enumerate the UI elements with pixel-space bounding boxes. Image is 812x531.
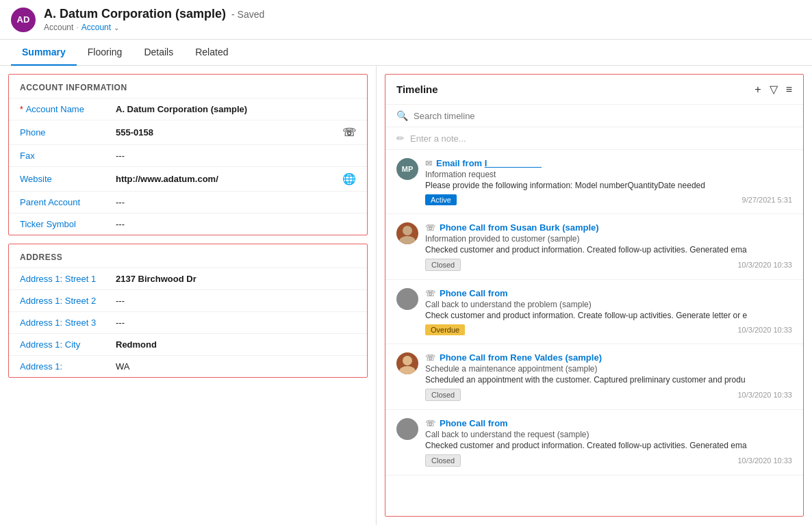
item-subtitle-phone1: Information provided to customer (sample… xyxy=(425,234,792,244)
saved-label: - Saved xyxy=(231,9,264,20)
breadcrumb-sep: · xyxy=(76,23,78,32)
item-content-phone3: ☏ Phone Call from Rene Valdes (sample) S… xyxy=(425,352,792,401)
avatar-sb xyxy=(396,222,418,244)
value-fax[interactable]: --- xyxy=(116,151,356,161)
tab-details[interactable]: Details xyxy=(133,40,184,66)
label-state: Address 1: xyxy=(20,361,116,372)
more-options-button[interactable]: ≡ xyxy=(786,83,792,96)
header: AD A. Datum Corporation (sample) - Saved… xyxy=(0,0,812,40)
value-street2[interactable]: --- xyxy=(116,296,356,306)
field-account-name: *Account Name A. Datum Corporation (samp… xyxy=(9,98,367,120)
item-title-text: Phone Call from Susan Burk (sample) xyxy=(440,222,599,233)
field-website: Website http://www.adatum.com/ 🌐 xyxy=(9,166,367,191)
item-footer-phone4: Closed 10/3/2020 10:33 xyxy=(425,454,792,467)
timeline-search-bar: 🔍 xyxy=(385,105,803,127)
tab-summary[interactable]: Summary xyxy=(11,40,77,66)
timeline-item: ☏ Phone Call from Rene Valdes (sample) S… xyxy=(385,344,803,410)
field-street2: Address 1: Street 2 --- xyxy=(9,289,367,311)
add-timeline-button[interactable]: + xyxy=(754,83,761,96)
field-street1: Address 1: Street 1 2137 Birchwood Dr xyxy=(9,268,367,289)
item-footer-email1: Active 9/27/2021 5:31 xyxy=(425,194,792,205)
field-fax: Fax --- xyxy=(9,144,367,166)
item-body-phone4: Checked customer and product information… xyxy=(425,441,792,450)
item-date-phone2: 10/3/2020 10:33 xyxy=(737,326,792,334)
label-street1: Address 1: Street 1 xyxy=(20,274,116,284)
chevron-down-icon[interactable]: ⌄ xyxy=(114,24,119,31)
email-icon: ✉ xyxy=(425,159,432,168)
item-title-phone2: ☏ Phone Call from xyxy=(425,288,792,298)
note-row[interactable]: ✏ Enter a note... xyxy=(385,127,803,150)
phone-call-icon: ☏ xyxy=(425,353,435,363)
value-account-name[interactable]: A. Datum Corporation (sample) xyxy=(116,104,356,114)
field-phone: Phone 555-0158 ☏ xyxy=(9,120,367,144)
header-title: A. Datum Corporation (sample) - Saved Ac… xyxy=(44,7,264,32)
svg-point-0 xyxy=(403,226,412,235)
address-title: ADDRESS xyxy=(9,244,367,268)
badge-closed: Closed xyxy=(425,454,461,467)
account-info-title: ACCOUNT INFORMATION xyxy=(9,75,367,98)
label-website: Website xyxy=(20,174,116,184)
account-info-section: ACCOUNT INFORMATION *Account Name A. Dat… xyxy=(8,74,368,235)
label-city: Address 1: City xyxy=(20,339,116,350)
badge-overdue: Overdue xyxy=(425,324,465,335)
breadcrumb-link[interactable]: Account xyxy=(81,23,111,32)
tab-flooring[interactable]: Flooring xyxy=(77,40,134,66)
item-title-phone4: ☏ Phone Call from xyxy=(425,418,792,428)
globe-icon[interactable]: 🌐 xyxy=(342,172,356,185)
value-ticker-symbol[interactable]: --- xyxy=(116,219,356,229)
pencil-icon: ✏ xyxy=(396,133,405,144)
value-street1[interactable]: 2137 Birchwood Dr xyxy=(116,274,356,284)
phone-call-icon: ☏ xyxy=(425,289,435,298)
main-content: ACCOUNT INFORMATION *Account Name A. Dat… xyxy=(0,66,812,525)
timeline-item: ☏ Phone Call from Call back to understan… xyxy=(385,280,803,344)
filter-timeline-button[interactable]: ▽ xyxy=(770,83,778,96)
tabs-bar: Summary Flooring Details Related xyxy=(0,40,812,66)
item-footer-phone3: Closed 10/3/2020 10:33 xyxy=(425,389,792,401)
badge-closed: Closed xyxy=(425,259,461,271)
timeline-header: Timeline + ▽ ≡ xyxy=(385,75,803,105)
field-state: Address 1: WA xyxy=(9,355,367,377)
item-title-text: Email from I___________ xyxy=(436,158,542,168)
label-phone: Phone xyxy=(20,127,116,138)
search-icon: 🔍 xyxy=(396,110,408,121)
address-section: ADDRESS Address 1: Street 1 2137 Birchwo… xyxy=(8,244,368,378)
item-title-text: Phone Call from xyxy=(440,418,508,428)
badge-closed: Closed xyxy=(425,389,461,401)
value-state[interactable]: WA xyxy=(116,361,356,372)
label-parent-account: Parent Account xyxy=(20,197,116,207)
tab-related[interactable]: Related xyxy=(184,40,239,66)
value-street3[interactable]: --- xyxy=(116,318,356,328)
avatar-rv xyxy=(396,352,418,374)
timeline-item: MP ✉ Email from I___________ Information… xyxy=(385,150,803,214)
item-content-email1: ✉ Email from I___________ Information re… xyxy=(425,158,792,205)
search-input[interactable] xyxy=(414,111,792,121)
phone-call-icon: ☏ xyxy=(425,223,435,233)
value-parent-account[interactable]: --- xyxy=(116,197,356,207)
svg-point-3 xyxy=(399,366,416,374)
field-city: Address 1: City Redmond xyxy=(9,333,367,355)
badge-active: Active xyxy=(425,194,457,205)
value-city[interactable]: Redmond xyxy=(116,339,356,350)
item-title-phone3: ☏ Phone Call from Rene Valdes (sample) xyxy=(425,352,792,363)
svg-point-1 xyxy=(399,236,416,244)
item-body-email1: Please provide the following information… xyxy=(425,181,792,190)
item-body-phone1: Checked customer and product information… xyxy=(425,245,792,255)
label-street3: Address 1: Street 3 xyxy=(20,318,116,328)
website-url: http://www.adatum.com/ xyxy=(116,174,218,184)
note-placeholder: Enter a note... xyxy=(410,133,466,144)
item-footer-phone1: Closed 10/3/2020 10:33 xyxy=(425,259,792,271)
value-phone[interactable]: 555-0158 ☏ xyxy=(116,126,356,139)
item-subtitle-phone4: Call back to understand the request (sam… xyxy=(425,430,792,439)
item-date-phone3: 10/3/2020 10:33 xyxy=(737,391,792,399)
required-marker: * xyxy=(20,105,23,114)
value-website[interactable]: http://www.adatum.com/ 🌐 xyxy=(116,172,356,185)
svg-point-2 xyxy=(403,356,412,365)
avatar: AD xyxy=(11,8,36,32)
field-parent-account: Parent Account --- xyxy=(9,191,367,213)
phone-icon[interactable]: ☏ xyxy=(342,126,356,139)
item-body-phone3: Scheduled an appointment with the custom… xyxy=(425,375,792,385)
breadcrumb: Account · Account ⌄ xyxy=(44,23,264,32)
timeline-item: ☏ Phone Call from Call back to understan… xyxy=(385,410,803,476)
item-footer-phone2: Overdue 10/3/2020 10:33 xyxy=(425,324,792,335)
item-subtitle-phone2: Call back to understand the problem (sam… xyxy=(425,300,792,309)
